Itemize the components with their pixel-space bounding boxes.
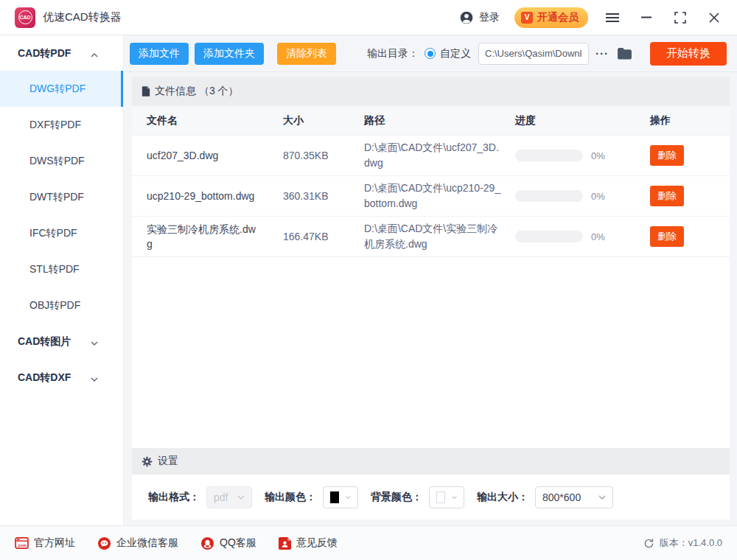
close-icon (709, 13, 719, 23)
sidebar-item-dwt-to-pdf[interactable]: DWT转PDF (0, 179, 123, 215)
progress-value: 0% (591, 231, 605, 242)
sidebar-item-dwg-to-pdf[interactable]: DWG转PDF (0, 71, 123, 107)
sidebar: CAD转PDF DWG转PDF DXF转PDF DWS转PDF DWT转PDF … (0, 35, 124, 525)
sidebar-item-ifc-to-pdf[interactable]: IFC转PDF (0, 215, 123, 251)
file-size: 360.31KB (283, 190, 364, 202)
file-path: D:\桌面\CAD文件\ucp210-29_bottom.dwg (364, 181, 515, 211)
document-icon (142, 86, 150, 97)
minimize-button[interactable] (637, 8, 656, 27)
maximize-icon (674, 12, 686, 24)
file-name: ucp210-29_bottom.dwg (147, 189, 283, 203)
file-panel: 文件信息 （3 个） 文件名 大小 路径 进度 操作 ucf207_3D.dwg… (132, 77, 730, 519)
table-header: 文件名 大小 路径 进度 操作 (132, 106, 730, 136)
output-dir-label: 输出目录： (367, 47, 419, 60)
output-size-label: 输出大小： (477, 491, 528, 504)
custom-radio-label: 自定义 (440, 47, 471, 60)
progress-value: 0% (591, 191, 605, 202)
website-icon: .com (15, 537, 29, 549)
delete-button[interactable]: 删除 (650, 226, 684, 247)
output-color-label: 输出颜色： (265, 491, 316, 504)
version-label: 版本：v1.4.0.0 (660, 536, 722, 550)
sidebar-item-dxf-to-pdf[interactable]: DXF转PDF (0, 107, 123, 143)
col-path: 路径 (364, 114, 515, 127)
delete-button[interactable]: 删除 (650, 186, 684, 206)
official-website-link[interactable]: .com 官方网址 (15, 536, 75, 550)
wechat-service-icon (97, 536, 111, 550)
sidebar-item-obj-to-pdf[interactable]: OBJ转PDF (0, 287, 123, 323)
progress-bar (515, 190, 583, 202)
toolbar: 添加文件 添加文件夹 清除列表 输出目录： 自定义 ··· 开始转换 (124, 35, 737, 72)
settings-header: 设置 (132, 448, 730, 475)
file-size: 166.47KB (283, 231, 364, 242)
sidebar-item-dws-to-pdf[interactable]: DWS转PDF (0, 143, 123, 179)
app-window: CAD 优速CAD转换器 登录 V 开通会员 (0, 0, 737, 560)
vip-label: 开通会员 (537, 11, 579, 24)
file-name: 实验三制冷机房系统.dwg (147, 222, 283, 252)
open-folder-button[interactable] (617, 47, 632, 60)
output-color-select[interactable] (323, 486, 358, 508)
open-vip-button[interactable]: V 开通会员 (514, 7, 588, 28)
chevron-down-icon (452, 495, 457, 500)
wechat-service-link[interactable]: 企业微信客服 (97, 536, 178, 550)
footer: .com 官方网址 企业微信客服 QQ客服 意见反馈 版本：v1.4.0.0 (0, 525, 737, 560)
table-row: ucf207_3D.dwg 870.35KB D:\桌面\CAD文件\ucf20… (132, 136, 730, 176)
sidebar-item-stl-to-pdf[interactable]: STL转PDF (0, 251, 123, 287)
maximize-button[interactable] (671, 8, 690, 27)
close-button[interactable] (705, 8, 724, 27)
login-button[interactable]: 登录 (459, 10, 500, 25)
sidebar-group-cad-to-image[interactable]: CAD转图片 (0, 323, 123, 360)
main-area: 添加文件 添加文件夹 清除列表 输出目录： 自定义 ··· 开始转换 (124, 35, 737, 525)
col-progress: 进度 (515, 114, 650, 127)
settings-row: 输出格式： pdf 输出颜色： 背景颜色： (132, 475, 730, 519)
col-size: 大小 (283, 114, 364, 127)
table-row: 实验三制冷机房系统.dwg 166.47KB D:\桌面\CAD文件\实验三制冷… (132, 217, 730, 257)
hamburger-icon (606, 13, 619, 23)
progress-value: 0% (591, 150, 605, 161)
chevron-down-icon (346, 495, 351, 500)
output-path-input[interactable] (478, 43, 589, 65)
gear-icon (142, 456, 153, 467)
output-format-label: 输出格式： (148, 491, 200, 504)
chevron-up-icon (91, 48, 98, 60)
vip-icon: V (521, 12, 533, 24)
file-size: 870.35KB (283, 150, 364, 161)
menu-button[interactable] (603, 8, 622, 27)
browse-more-button[interactable]: ··· (595, 47, 609, 60)
col-action: 操作 (650, 114, 715, 127)
custom-radio[interactable] (425, 48, 436, 59)
settings-title: 设置 (158, 455, 178, 468)
sidebar-group-cad-to-pdf[interactable]: CAD转PDF (0, 37, 123, 71)
titlebar: CAD 优速CAD转换器 登录 V 开通会员 (0, 0, 737, 35)
clear-list-button[interactable]: 清除列表 (277, 43, 336, 65)
progress-bar (515, 231, 583, 242)
file-info-title: 文件信息 （3 个） (155, 85, 239, 98)
version-area: 版本：v1.4.0.0 (643, 536, 722, 550)
bg-color-label: 背景颜色： (371, 491, 422, 504)
add-file-button[interactable]: 添加文件 (130, 43, 189, 65)
folder-icon (617, 47, 632, 60)
bg-color-select[interactable] (429, 486, 464, 508)
start-convert-button[interactable]: 开始转换 (650, 42, 727, 66)
output-format-select[interactable]: pdf (206, 486, 252, 508)
chevron-down-icon (598, 495, 606, 500)
output-size-select[interactable]: 800*600 (535, 486, 613, 508)
app-logo-icon: CAD (15, 7, 35, 28)
table-row: ucp210-29_bottom.dwg 360.31KB D:\桌面\CAD文… (132, 176, 730, 217)
col-filename: 文件名 (147, 114, 283, 127)
minimize-icon (641, 16, 652, 18)
login-label: 登录 (479, 11, 500, 24)
delete-button[interactable]: 删除 (650, 145, 684, 166)
file-info-header: 文件信息 （3 个） (132, 77, 730, 106)
user-icon (459, 10, 474, 25)
qq-service-link[interactable]: QQ客服 (200, 536, 256, 550)
file-name: ucf207_3D.dwg (147, 148, 283, 163)
chevron-down-icon (91, 372, 98, 384)
qq-service-icon (200, 536, 214, 550)
add-folder-button[interactable]: 添加文件夹 (195, 43, 264, 65)
refresh-icon[interactable] (643, 538, 654, 549)
feedback-link[interactable]: 意见反馈 (279, 536, 338, 550)
chevron-down-icon (237, 495, 245, 500)
file-path: D:\桌面\CAD文件\实验三制冷机房系统.dwg (364, 221, 515, 252)
sidebar-group-cad-to-dxf[interactable]: CAD转DXF (0, 360, 123, 396)
chevron-down-icon (91, 336, 98, 348)
